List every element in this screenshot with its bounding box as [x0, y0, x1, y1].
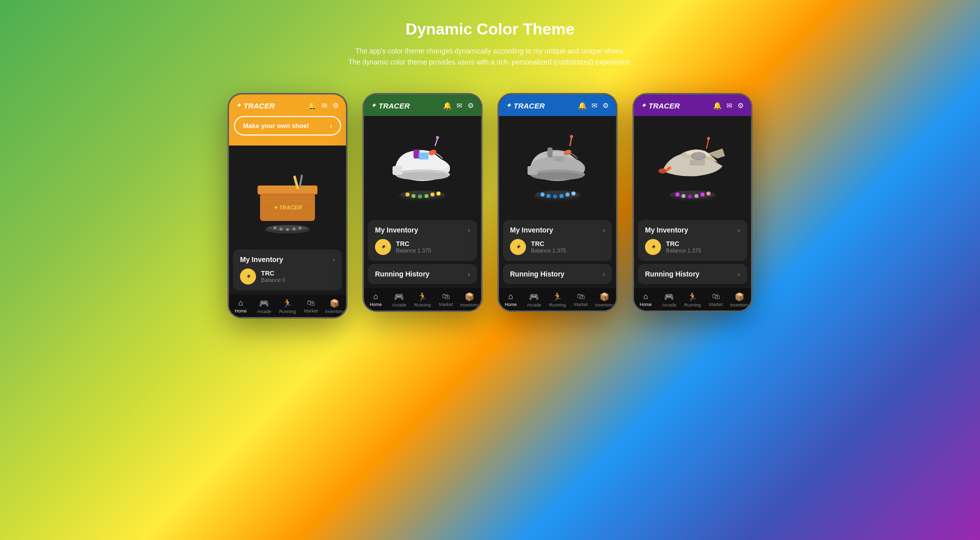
mail-icon[interactable]: ✉ [592, 102, 598, 110]
nav-arcade[interactable]: 🎮 Arcade [252, 298, 276, 314]
svg-line-55 [706, 140, 708, 148]
shoe-visual [499, 116, 616, 216]
nav-arcade-label: Arcade [527, 302, 542, 308]
inventory-title: My Inventory [240, 256, 283, 264]
inventory-chevron[interactable]: › [468, 226, 470, 234]
cta-button[interactable]: Make your own shoe! › [234, 116, 341, 136]
inventory-header: My Inventory › [510, 226, 605, 234]
svg-rect-23 [392, 166, 402, 175]
app-name: TRACER [378, 102, 410, 110]
inventory-icon: 📦 [330, 298, 340, 308]
inventory-chevron[interactable]: › [738, 226, 740, 234]
nav-inventory[interactable]: 📦 Inventory [458, 292, 481, 308]
svg-text:✦ TRACER: ✦ TRACER [273, 204, 302, 210]
running-icon: 🏃 [688, 292, 698, 302]
gear-icon[interactable]: ⚙ [602, 102, 609, 110]
shoe-display-green [364, 116, 481, 216]
running-chevron[interactable]: › [738, 270, 740, 278]
nav-inventory-label: Inventory [325, 309, 344, 314]
nav-inventory[interactable]: 📦 Inventory [728, 292, 751, 308]
trc-row: ✦ TRC Balance 1.375 [645, 239, 740, 255]
nav-running[interactable]: 🏃 Running [411, 292, 434, 308]
nav-running[interactable]: 🏃 Running [681, 292, 704, 308]
running-chevron[interactable]: › [602, 270, 605, 278]
svg-point-59 [676, 192, 680, 196]
inventory-card: My Inventory › ✦ TRC Balance 0 [233, 250, 342, 290]
gear-icon[interactable]: ⚙ [738, 102, 744, 110]
inventory-icon: 📦 [600, 292, 610, 302]
spaceship-shoe-svg [652, 118, 732, 214]
nav-home[interactable]: ⌂ Home [229, 298, 252, 314]
trc-icon: ✦ [510, 239, 526, 255]
phone-header-green: ✦ TRACER 🔔 ✉ ⚙ [364, 94, 481, 116]
bell-icon[interactable]: 🔔 [713, 102, 722, 110]
inventory-chevron[interactable]: › [332, 256, 335, 264]
bell-icon[interactable]: 🔔 [443, 102, 452, 110]
svg-point-60 [682, 194, 686, 198]
svg-point-29 [424, 194, 428, 198]
app-name: TRACER [514, 102, 545, 110]
nav-market[interactable]: 🛍 Market [569, 292, 592, 308]
nav-home[interactable]: ⌂ Home [364, 292, 388, 308]
nav-running-label: Running [279, 309, 296, 314]
svg-point-64 [706, 192, 710, 196]
nav-market[interactable]: 🛍 Market [299, 298, 322, 314]
trc-balance: Balance 1.375 [396, 248, 431, 254]
running-chevron[interactable]: › [468, 270, 470, 278]
nav-arcade[interactable]: 🎮 Arcade [658, 292, 681, 308]
nav-home[interactable]: ⌂ Home [634, 292, 658, 308]
bottom-nav-green: ⌂ Home 🎮 Arcade 🏃 Running 🛍 Market [364, 288, 481, 310]
phone-content-purple: My Inventory › ✦ TRC Balance 1.375 Runni… [634, 220, 751, 310]
nav-inventory[interactable]: 📦 Inventory [322, 298, 346, 314]
nav-running[interactable]: 🏃 Running [276, 298, 300, 314]
nav-arcade[interactable]: 🎮 Arcade [388, 292, 411, 308]
mail-icon[interactable]: ✉ [456, 102, 462, 110]
svg-point-31 [436, 192, 440, 196]
nav-running[interactable]: 🏃 Running [546, 292, 570, 308]
svg-point-12 [286, 228, 289, 231]
page-container: Dynamic Color Theme The app's color them… [0, 0, 980, 540]
home-icon: ⌂ [508, 292, 514, 301]
phone-purple: ✦ TRACER 🔔 ✉ ⚙ [632, 93, 752, 312]
inventory-header: My Inventory › [645, 226, 740, 234]
nav-inventory-label: Inventory [460, 302, 478, 308]
svg-rect-1 [258, 186, 316, 194]
nav-market[interactable]: 🛍 Market [704, 292, 728, 308]
mail-icon[interactable]: ✉ [322, 102, 328, 110]
gear-icon[interactable]: ⚙ [468, 102, 474, 110]
app-logo: ✦ TRACER [641, 102, 680, 110]
svg-point-28 [418, 194, 422, 198]
app-name: TRACER [648, 102, 680, 110]
svg-rect-42 [528, 166, 538, 175]
bell-icon[interactable]: 🔔 [308, 102, 316, 110]
nav-arcade[interactable]: 🎮 Arcade [522, 292, 546, 308]
nav-inventory[interactable]: 📦 Inventory [592, 292, 616, 308]
page-subtitle: The app's color theme changes dynamicall… [348, 46, 632, 68]
nav-market[interactable]: 🛍 Market [434, 292, 458, 308]
inventory-card: My Inventory › ✦ TRC Balance 1.375 [638, 220, 747, 261]
shoe-visual [364, 116, 481, 216]
nav-home-label: Home [640, 302, 652, 307]
trc-balance: Balance 1.375 [531, 248, 566, 254]
inventory-chevron[interactable]: › [602, 226, 605, 234]
nav-home[interactable]: ⌂ Home [499, 292, 522, 308]
svg-rect-18 [418, 152, 428, 160]
header-icons: 🔔 ✉ ⚙ [443, 102, 474, 110]
svg-point-36 [570, 135, 573, 138]
trc-row: ✦ TRC Balance 0 [240, 268, 335, 284]
logo-star-icon: ✦ [506, 102, 511, 109]
subtitle-line2: The dynamic color theme provides users w… [348, 56, 632, 68]
svg-point-50 [572, 192, 576, 196]
mail-icon[interactable]: ✉ [726, 102, 732, 110]
bell-icon[interactable]: 🔔 [578, 102, 586, 110]
svg-rect-34 [548, 148, 552, 158]
trc-name: TRC [666, 240, 701, 248]
svg-line-35 [570, 138, 572, 146]
gear-icon[interactable]: ⚙ [332, 102, 339, 110]
nav-arcade-label: Arcade [257, 309, 272, 314]
phone-orange: ✦ TRACER 🔔 ✉ ⚙ Make your own shoe! › [228, 93, 348, 318]
home-icon: ⌂ [238, 298, 244, 308]
svg-point-26 [406, 192, 410, 196]
app-logo: ✦ TRACER [371, 102, 410, 110]
svg-point-14 [298, 226, 302, 230]
